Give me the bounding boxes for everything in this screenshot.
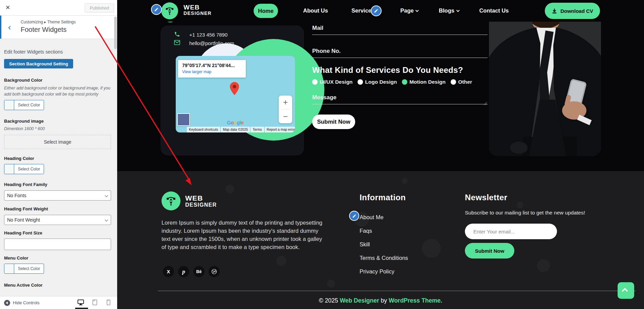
- copyright: © 2025 Web Designer by WordPress Theme.: [117, 297, 644, 304]
- radio-other[interactable]: Other: [451, 79, 472, 85]
- close-icon[interactable]: ✕: [0, 0, 16, 15]
- mail-input[interactable]: [312, 35, 488, 35]
- menu-color-picker[interactable]: Select Color: [4, 264, 44, 274]
- contact-form: Mail Phone No. What Kind of Services Do …: [312, 25, 488, 157]
- edit-menu-button[interactable]: [371, 5, 382, 16]
- x-twitter-icon[interactable]: X: [163, 266, 174, 277]
- newsletter-submit-button[interactable]: Submit Now: [465, 243, 514, 259]
- map-thumbnail-toggle[interactable]: [177, 113, 190, 126]
- chevron-down-icon: [105, 193, 108, 197]
- footer-link-faqs[interactable]: Faqs: [360, 228, 372, 234]
- background-image-hint: Dimention 1600 * 600: [4, 126, 111, 132]
- behance-icon[interactable]: Bē: [193, 266, 205, 277]
- nav-item-contact-us[interactable]: Contact Us: [479, 7, 509, 14]
- menu-active-color-label: Menu Active Color: [4, 283, 111, 288]
- map-data-label: Map data ©2025: [221, 127, 250, 132]
- screenshot-root: ✕ Published ‹ Customizing ▸ Theme Settin…: [0, 0, 644, 309]
- section-intro: Edit footer Widgets sections: [4, 49, 111, 55]
- map-coordinates: 79°05'17.4"N 21°08'44...: [182, 63, 242, 68]
- footer-link-privacy[interactable]: Privacy Policy: [360, 268, 394, 275]
- edit-logo-button[interactable]: [151, 4, 162, 15]
- map-terms-link[interactable]: Terms: [251, 127, 264, 132]
- tablet-preview-icon[interactable]: [92, 300, 97, 307]
- radio-icon: [451, 79, 456, 85]
- desktop-preview-icon[interactable]: [78, 300, 84, 307]
- site-logo-text: WEB DESIGNER: [184, 4, 212, 16]
- pinterest-icon[interactable]: p: [178, 266, 189, 277]
- heading-font-weight-select[interactable]: No Font Weight: [4, 215, 111, 225]
- chevron-down-icon: [456, 9, 459, 12]
- copyright-theme-link[interactable]: WordPress Theme.: [389, 297, 442, 304]
- newsletter-email-input[interactable]: [465, 224, 557, 239]
- footer-logo[interactable]: [162, 191, 180, 210]
- footer-divider: [158, 291, 636, 291]
- keyboard-shortcuts-link[interactable]: Keyboard shortcuts: [187, 127, 220, 132]
- site-logo[interactable]: [161, 2, 178, 19]
- view-larger-map-link[interactable]: View larger map: [182, 69, 242, 74]
- select-image-button[interactable]: Select image: [4, 135, 111, 149]
- scroll-to-top-button[interactable]: [618, 282, 634, 299]
- message-textarea[interactable]: [312, 104, 488, 104]
- hero-photo: [489, 22, 601, 156]
- newsletter-heading: Newsletter: [465, 193, 507, 202]
- heading-color-picker[interactable]: Select Color: [4, 164, 44, 174]
- menu-color-label: Menu Color: [4, 255, 111, 261]
- collapse-icon[interactable]: [4, 300, 10, 306]
- heading-font-weight-label: Heading Font Weight: [4, 206, 111, 212]
- radio-uiux-design[interactable]: UI/UX Design: [312, 79, 352, 85]
- published-button[interactable]: Published: [85, 3, 114, 13]
- footer-link-terms[interactable]: Terms & Conditions: [360, 255, 408, 261]
- map-pin-icon: [230, 82, 239, 97]
- edit-about-me-button[interactable]: [349, 211, 359, 221]
- footer-social-links: X p Bē: [163, 266, 220, 277]
- radio-logo-design[interactable]: Logo Design: [358, 79, 397, 85]
- color-swatch: [4, 100, 14, 110]
- download-icon: [552, 8, 557, 14]
- map-error-link[interactable]: Report a map error: [265, 127, 295, 132]
- heading-font-size-input[interactable]: [4, 239, 111, 250]
- radio-motion-design[interactable]: Motion Design: [402, 79, 446, 85]
- nav-item-home[interactable]: Home: [254, 4, 278, 18]
- services-question-heading: What Kind of Services Do You Needs?: [312, 65, 463, 75]
- back-chevron-icon[interactable]: ‹: [1, 16, 18, 39]
- sidebar-scrollbar[interactable]: [114, 17, 117, 49]
- mobile-preview-icon[interactable]: [107, 300, 110, 307]
- active-device-underline: [75, 308, 88, 309]
- dribbble-icon[interactable]: [209, 266, 220, 277]
- background-color-picker[interactable]: Select Color: [4, 100, 44, 110]
- map-attribution-bar: Keyboard shortcuts Map data ©2025 Terms …: [187, 127, 295, 132]
- heading-font-size-label: Heading Font Size: [4, 230, 111, 236]
- download-cv-button[interactable]: Download CV: [545, 3, 600, 19]
- color-swatch: [4, 264, 14, 273]
- mail-field-label: Mail: [312, 25, 323, 32]
- section-background-setting-button[interactable]: Section Background Setting: [4, 59, 73, 68]
- footer-link-about-me[interactable]: About Me: [360, 214, 384, 221]
- customizer-topbar: ✕ Published: [0, 0, 117, 16]
- map-info-card: 79°05'17.4"N 21°08'44... View larger map: [178, 60, 246, 78]
- form-submit-button[interactable]: Submit Now: [312, 115, 355, 129]
- radio-icon: [312, 79, 318, 85]
- footer-link-skill[interactable]: Skill: [360, 241, 370, 248]
- background-image-label: Background image: [4, 119, 111, 124]
- phone-field-label: Phone No.: [312, 48, 341, 55]
- panel-header: ‹ Customizing ▸ Theme Settings Footer Wi…: [0, 16, 117, 39]
- google-map-embed[interactable]: 79°05'17.4"N 21°08'44... View larger map…: [176, 56, 295, 132]
- phone-input[interactable]: [312, 58, 488, 58]
- footer-widgets-section: WEB DESIGNER Lorem Ipsum is simply dummy…: [117, 171, 644, 309]
- message-field-label: Message: [312, 94, 337, 101]
- textarea-resize-handle[interactable]: [484, 101, 487, 107]
- site-navbar: WEB DESIGNER Home About Us Services Page…: [117, 0, 644, 22]
- hide-controls-label[interactable]: Hide Controls: [13, 300, 40, 305]
- nav-item-page[interactable]: Page: [400, 7, 418, 14]
- heading-font-family-select[interactable]: No Fonts: [4, 190, 111, 201]
- site-preview: +1 123 456 7890 hello@portfolio.com 79°0…: [117, 0, 644, 309]
- map-zoom-control: + −: [279, 96, 292, 123]
- nav-item-about-us[interactable]: About Us: [303, 7, 328, 14]
- zoom-out-button[interactable]: −: [279, 110, 292, 123]
- customizer-sidebar: ✕ Published ‹ Customizing ▸ Theme Settin…: [0, 0, 117, 309]
- chevron-down-icon: [415, 9, 419, 12]
- zoom-in-button[interactable]: +: [279, 96, 292, 109]
- nav-item-blogs[interactable]: Blogs: [439, 7, 459, 14]
- copyright-brand-link[interactable]: Web Designer: [340, 297, 379, 304]
- contact-phone: +1 123 456 7890: [189, 32, 228, 38]
